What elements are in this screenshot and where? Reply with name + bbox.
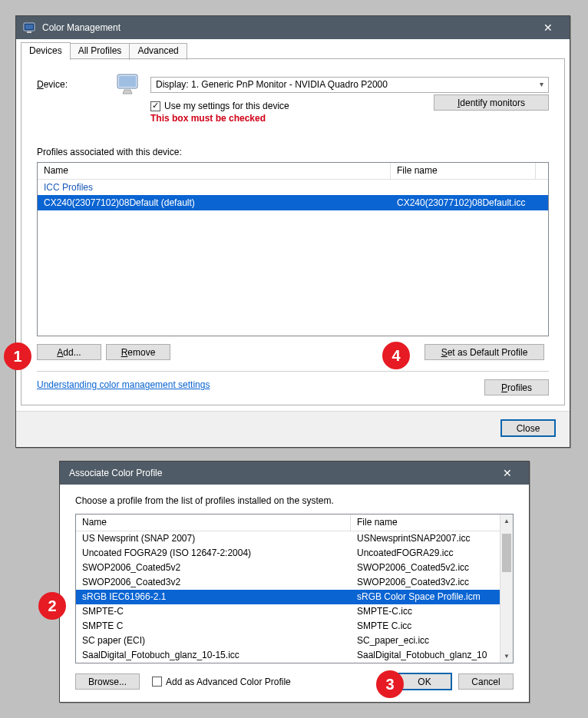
scroll-down-icon[interactable]: ▼ [500, 650, 513, 663]
list-item-file: SWOP2006_Coated3v2.icc [351, 575, 500, 590]
col-header-name[interactable]: Name [38, 163, 391, 179]
acp-intro: Choose a profile from the list of profil… [75, 495, 514, 506]
row-name: CX240(23077102)08Default (default) [38, 195, 391, 210]
table-row[interactable]: CX240(23077102)08Default (default) CX240… [38, 195, 548, 210]
monitor-icon [117, 73, 143, 96]
color-management-window: Color Management ✕ Devices All Profiles … [15, 15, 570, 448]
cm-title: Color Management [42, 22, 531, 33]
row-file: CX240(23077102)08Default.icc [391, 195, 548, 210]
device-select-value: Display: 1. Generic PnP Monitor - NVIDIA… [156, 79, 388, 90]
list-item-name: US Newsprint (SNAP 2007) [76, 531, 351, 546]
profiles-table-header: Name File name [38, 163, 548, 180]
marker-2: 2 [38, 592, 66, 620]
identify-monitors-button[interactable]: Identify monitors [434, 94, 549, 111]
browse-button[interactable]: Browse... [75, 673, 140, 690]
list-item[interactable]: Uncoated FOGRA29 (ISO 12647-2:2004)Uncoa… [76, 546, 500, 561]
list-item-file: SWOP2006_Coated5v2.icc [351, 561, 500, 575]
svg-rect-2 [27, 31, 31, 33]
marker-4: 4 [382, 342, 410, 369]
scroll-thumb[interactable] [502, 534, 511, 572]
list-item-name: SMPTE-C [76, 604, 351, 619]
list-item-name: SWOP2006_Coated5v2 [76, 561, 351, 575]
profiles-assoc-label: Profiles associated with this device: [37, 147, 549, 157]
cancel-button[interactable]: Cancel [458, 673, 514, 690]
add-button[interactable]: Add... [37, 344, 101, 360]
add-advanced-checkbox[interactable] [152, 677, 162, 687]
profiles-group-icc: ICC Profiles [38, 180, 548, 195]
list-item-file: USNewsprintSNAP2007.icc [351, 531, 500, 546]
profiles-button[interactable]: Profiles [484, 379, 549, 395]
tab-strip: Devices All Profiles Advanced [21, 42, 570, 59]
list-item-name: SWOP2006_Coated3v2 [76, 575, 351, 590]
svg-rect-4 [119, 76, 136, 87]
list-item[interactable]: SWOP2006_Coated5v2SWOP2006_Coated5v2.icc [76, 561, 500, 575]
list-item[interactable]: SMPTE CSMPTE C.icc [76, 619, 500, 634]
list-item[interactable]: SMPTE-CSMPTE-C.icc [76, 604, 500, 619]
close-button[interactable]: Close [500, 419, 556, 437]
scroll-up-icon[interactable]: ▲ [500, 515, 513, 528]
acp-table: Name File name US Newsprint (SNAP 2007)U… [75, 514, 514, 663]
marker-1: 1 [4, 342, 31, 370]
acp-col-name[interactable]: Name [76, 515, 351, 531]
acp-col-file[interactable]: File name [351, 515, 500, 531]
list-item[interactable]: SC paper (ECI)SC_paper_eci.icc [76, 634, 500, 648]
devices-panel: Device: Display: 1. Generic PnP Monitor … [21, 58, 565, 405]
use-settings-label: Use my settings for this device [164, 101, 289, 111]
list-item-name: sRGB IEC61966-2.1 [76, 590, 351, 604]
list-item[interactable]: SWOP2006_Coated3v2SWOP2006_Coated3v2.icc [76, 575, 500, 590]
associate-profile-window: Associate Color Profile ✕ Choose a profi… [59, 461, 530, 703]
tab-all-profiles[interactable]: All Profiles [70, 43, 130, 60]
col-header-file[interactable]: File name [391, 163, 536, 179]
color-management-icon [22, 21, 36, 35]
device-label: Device: [37, 79, 117, 90]
use-settings-checkbox[interactable] [150, 101, 160, 111]
tab-advanced[interactable]: Advanced [129, 43, 187, 60]
list-item[interactable]: SaalDigital_Fotobuch_glanz_10-15.iccSaal… [76, 648, 500, 663]
chevron-down-icon: ▾ [540, 80, 543, 88]
list-item-file: SMPTE C.icc [351, 619, 500, 634]
list-item-file: SaalDigital_Fotobuch_glanz_10 [351, 648, 500, 663]
set-default-button[interactable]: Set as Default Profile [424, 344, 544, 360]
understanding-link[interactable]: Understanding color management settings [37, 379, 210, 390]
profiles-table: Name File name ICC Profiles CX240(230771… [37, 162, 549, 336]
scrollbar-vertical[interactable]: ▲ ▼ [500, 515, 513, 663]
list-item[interactable]: sRGB IEC61966-2.1sRGB Color Space Profil… [76, 590, 500, 604]
acp-close-icon[interactable]: ✕ [491, 462, 524, 485]
list-item-name: SaalDigital_Fotobuch_glanz_10-15.icc [76, 648, 351, 663]
tab-devices[interactable]: Devices [21, 42, 71, 59]
add-advanced-label: Add as Advanced Color Profile [166, 677, 291, 687]
scroll-track[interactable] [500, 528, 513, 650]
remove-button[interactable]: Remove [106, 344, 170, 360]
cm-titlebar: Color Management ✕ [16, 16, 570, 39]
list-item-file: UncoatedFOGRA29.icc [351, 546, 500, 561]
list-item-file: SMPTE-C.icc [351, 604, 500, 619]
marker-3: 3 [376, 670, 404, 698]
cm-footer: Close [16, 411, 570, 446]
svg-rect-1 [25, 25, 33, 29]
list-item[interactable]: US Newsprint (SNAP 2007)USNewsprintSNAP2… [76, 531, 500, 546]
list-item-file: SC_paper_eci.icc [351, 634, 500, 648]
ok-button[interactable]: OK [397, 673, 452, 690]
acp-rows: US Newsprint (SNAP 2007)USNewsprintSNAP2… [76, 531, 500, 663]
acp-table-header: Name File name [76, 515, 500, 531]
acp-title: Associate Color Profile [66, 468, 491, 478]
list-item-file: sRGB Color Space Profile.icm [351, 590, 500, 604]
list-item-name: SMPTE C [76, 619, 351, 634]
list-item-name: Uncoated FOGRA29 (ISO 12647-2:2004) [76, 546, 351, 561]
acp-titlebar: Associate Color Profile ✕ [60, 462, 529, 485]
cm-close-icon[interactable]: ✕ [531, 16, 565, 39]
list-item-name: SC paper (ECI) [76, 634, 351, 648]
annotation-text: This box must be checked [150, 113, 549, 124]
device-select[interactable]: Display: 1. Generic PnP Monitor - NVIDIA… [150, 77, 549, 93]
